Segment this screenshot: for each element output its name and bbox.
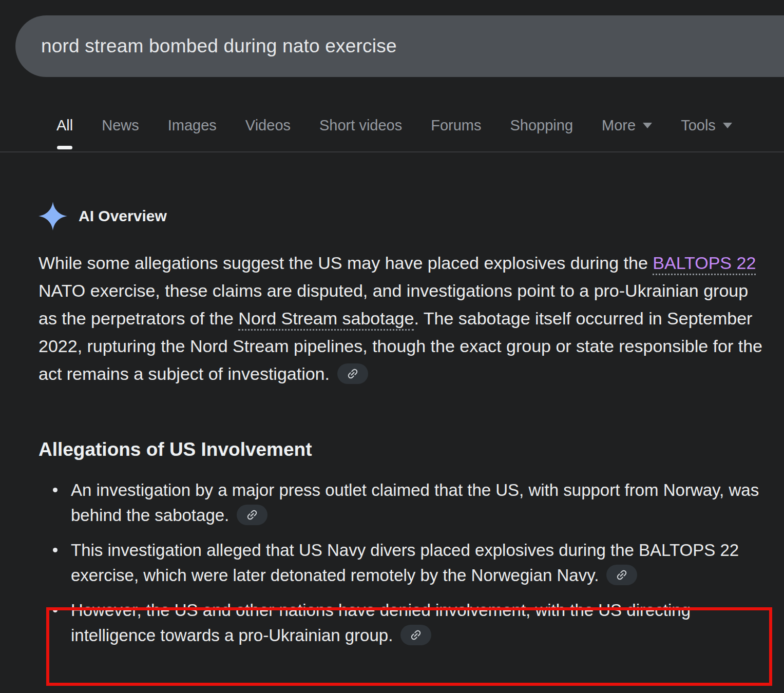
nord-stream-sabotage-link[interactable]: Nord Stream sabotage: [238, 309, 414, 331]
search-bar[interactable]: nord stream bombed during nato exercise: [15, 15, 784, 77]
baltops-22-link[interactable]: BALTOPS 22: [653, 253, 756, 275]
result-type-tabs: All News Images Videos Short videos Foru…: [0, 115, 784, 136]
tab-more[interactable]: More: [602, 115, 652, 136]
tab-shopping[interactable]: Shopping: [510, 115, 573, 136]
bullet-text: An investigation by a major press outlet…: [71, 480, 759, 525]
bullet-item-press-investigation: An investigation by a major press outlet…: [39, 477, 761, 528]
ai-sparkle-icon: [39, 200, 67, 232]
tab-tools-label: Tools: [681, 117, 716, 133]
ai-overview-paragraph: While some allegations suggest the US ma…: [39, 249, 770, 388]
source-link-chip[interactable]: [237, 505, 267, 525]
tab-more-label: More: [602, 117, 636, 133]
link-icon: [613, 566, 632, 585]
source-link-chip[interactable]: [337, 363, 368, 384]
tab-short-videos[interactable]: Short videos: [319, 115, 402, 136]
allegations-bullet-list: An investigation by a major press outlet…: [39, 477, 761, 658]
tabs-divider: [0, 151, 784, 152]
ai-overview-title: AI Overview: [79, 207, 167, 225]
bullet-item-us-denial: However, the US and other nations have d…: [39, 598, 761, 648]
tab-news[interactable]: News: [102, 115, 139, 136]
tab-images[interactable]: Images: [168, 115, 217, 136]
paragraph-text: While some allegations suggest the US ma…: [39, 253, 653, 273]
source-link-chip[interactable]: [606, 565, 637, 585]
chevron-down-icon: [723, 123, 732, 128]
tab-all[interactable]: All: [56, 115, 73, 136]
tab-forums[interactable]: Forums: [431, 115, 481, 136]
bullet-text: This investigation alleged that US Navy …: [71, 541, 739, 585]
search-input[interactable]: nord stream bombed during nato exercise: [41, 35, 397, 57]
tab-videos[interactable]: Videos: [245, 115, 291, 136]
source-link-chip[interactable]: [400, 625, 431, 645]
tab-tools[interactable]: Tools: [681, 115, 732, 136]
chevron-down-icon: [643, 123, 652, 128]
bullet-text: However, the US and other nations have d…: [71, 601, 691, 645]
bullet-item-navy-divers: This investigation alleged that US Navy …: [39, 537, 761, 588]
link-icon: [343, 364, 362, 383]
section-heading: Allegations of US Involvement: [39, 439, 312, 460]
ai-overview-header: AI Overview: [39, 200, 167, 232]
google-search-results-page: nord stream bombed during nato exercise …: [0, 0, 784, 693]
link-icon: [407, 626, 426, 645]
link-icon: [243, 506, 262, 525]
